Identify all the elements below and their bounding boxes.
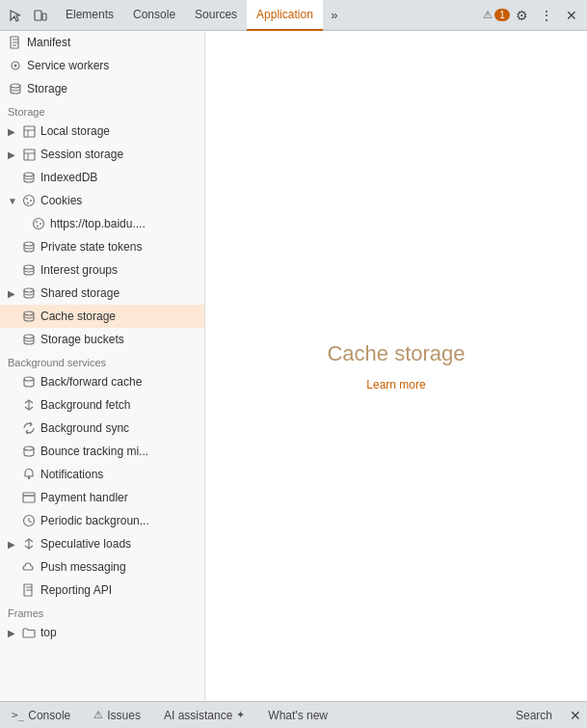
sidebar-item-cookies[interactable]: ▼ Cookies (0, 189, 204, 212)
db-icon (8, 81, 23, 96)
svg-point-15 (24, 173, 34, 176)
svg-point-23 (37, 226, 39, 228)
sidebar-item-push-messaging[interactable]: Push messaging (0, 555, 204, 579)
prompt-icon: >_ (12, 709, 24, 721)
svg-point-29 (24, 377, 34, 381)
bottom-close-icon[interactable]: ✕ (564, 704, 587, 727)
svg-point-31 (24, 446, 34, 450)
bottom-tab-bar: >_ Console ⚠ Issues AI assistance ✦ What… (0, 701, 587, 728)
more-tabs-icon[interactable]: » (323, 4, 346, 27)
arrow-icon: ▶ (8, 126, 19, 137)
sidebar-item-notifications[interactable]: Notifications (0, 463, 204, 486)
svg-rect-9 (24, 126, 35, 137)
gear-dots-icon (8, 58, 23, 73)
table-icon (21, 123, 37, 139)
notification-badge: 1 (494, 9, 510, 21)
storage-section-label: Storage (0, 100, 204, 120)
db-icon (21, 285, 37, 301)
sync-icon (21, 420, 37, 436)
sidebar-item-reporting-api[interactable]: Reporting API (0, 579, 204, 602)
sidebar-item-manifest[interactable]: Manifest (0, 31, 204, 54)
tab-application[interactable]: Application (247, 0, 323, 31)
svg-rect-1 (42, 13, 46, 20)
db-icon (21, 332, 37, 347)
card-icon (21, 490, 37, 505)
sidebar-item-service-workers[interactable]: Service workers (0, 54, 204, 77)
bg-section-label: Background services (0, 351, 204, 370)
cookie-icon (31, 216, 46, 231)
svg-point-27 (24, 311, 34, 315)
main-layout: Manifest Service workers Storage Storage… (0, 31, 587, 701)
svg-point-7 (14, 65, 17, 67)
sidebar-item-back-forward-cache[interactable]: Back/forward cache (0, 370, 204, 393)
folder-icon (21, 625, 37, 640)
tab-elements[interactable]: Elements (56, 0, 123, 31)
settings-icon[interactable]: ⚙ (510, 4, 533, 27)
svg-point-21 (36, 221, 38, 223)
clock-icon (21, 513, 37, 528)
sidebar-item-top[interactable]: ▶ top (0, 621, 204, 644)
arrow-icon: ▶ (8, 628, 19, 638)
arrow-icon: ▶ (8, 149, 19, 160)
bottom-tab-issues[interactable]: ⚠ Issues (82, 702, 152, 729)
db-icon (21, 262, 37, 278)
svg-point-25 (24, 265, 34, 269)
sidebar-item-shared-storage[interactable]: ▶ Shared storage (0, 282, 204, 305)
arrows-icon (21, 536, 37, 552)
cloud-icon (21, 559, 37, 575)
sidebar-item-session-storage[interactable]: ▶ Session storage (0, 143, 204, 166)
sidebar-item-payment-handler[interactable]: Payment handler (0, 486, 204, 509)
svg-point-24 (24, 242, 34, 246)
sidebar-item-bounce-tracking[interactable]: Bounce tracking mi... (0, 440, 204, 463)
svg-point-20 (34, 219, 44, 229)
db-icon (21, 444, 37, 459)
sidebar-item-speculative-loads[interactable]: ▶ Speculative loads (0, 532, 204, 555)
bottom-tab-ai-assistance[interactable]: AI assistance ✦ (152, 702, 256, 729)
svg-point-26 (24, 288, 34, 292)
sidebar-item-private-state-tokens[interactable]: Private state tokens (0, 235, 204, 258)
bottom-tab-console[interactable]: >_ Console (0, 702, 82, 729)
svg-point-17 (26, 198, 28, 200)
svg-rect-34 (23, 493, 35, 502)
bottom-tab-whats-new[interactable]: What's new (256, 702, 339, 729)
sidebar-item-storage-buckets[interactable]: Storage buckets (0, 328, 204, 351)
svg-point-22 (40, 223, 41, 225)
more-options-icon[interactable]: ⋮ (535, 4, 558, 27)
toolbar-right: ⚠ 1 ⚙ ⋮ ✕ (485, 4, 583, 27)
arrow-icon: ▶ (8, 288, 19, 299)
bell-icon (21, 467, 37, 482)
main-content: Cache storage Learn more (205, 31, 587, 701)
svg-point-8 (11, 84, 20, 88)
sidebar-scroll[interactable]: Manifest Service workers Storage Storage… (0, 31, 204, 701)
issues-icon: ⚠ (93, 709, 103, 721)
ai-star-icon: ✦ (236, 709, 245, 721)
bottom-tab-search[interactable]: Search (504, 702, 564, 729)
sidebar-item-background-sync[interactable]: Background sync (0, 417, 204, 440)
sidebar: Manifest Service workers Storage Storage… (0, 31, 205, 701)
sidebar-item-baidu-cookie[interactable]: https://top.baidu.... (0, 212, 204, 235)
sidebar-item-storage[interactable]: Storage (0, 77, 204, 100)
svg-point-16 (24, 196, 35, 206)
sidebar-item-indexeddb[interactable]: IndexedDB (0, 166, 204, 189)
top-tab-bar: Elements Console Sources Application » ⚠… (0, 0, 587, 31)
sidebar-item-periodic-background[interactable]: Periodic backgroun... (0, 509, 204, 532)
sidebar-item-interest-groups[interactable]: Interest groups (0, 258, 204, 282)
devtools-icons (4, 4, 52, 27)
frames-section-label: Frames (0, 602, 204, 621)
sidebar-item-local-storage[interactable]: ▶ Local storage (0, 120, 204, 143)
arrows-icon (21, 397, 37, 413)
badge-button[interactable]: ⚠ 1 (485, 4, 508, 27)
svg-point-18 (30, 200, 32, 202)
tab-sources[interactable]: Sources (185, 0, 247, 31)
inspect-icon[interactable] (4, 4, 27, 27)
arrow-icon: ▼ (8, 196, 19, 206)
db-icon (21, 309, 37, 324)
device-icon[interactable] (29, 4, 52, 27)
sidebar-item-background-fetch[interactable]: Background fetch (0, 393, 204, 417)
learn-more-link[interactable]: Learn more (366, 378, 425, 391)
tab-console[interactable]: Console (123, 0, 185, 31)
db-icon (21, 239, 37, 255)
sidebar-item-cache-storage[interactable]: Cache storage (0, 305, 204, 328)
close-icon[interactable]: ✕ (560, 4, 583, 27)
arrow-icon: ▶ (8, 539, 19, 550)
